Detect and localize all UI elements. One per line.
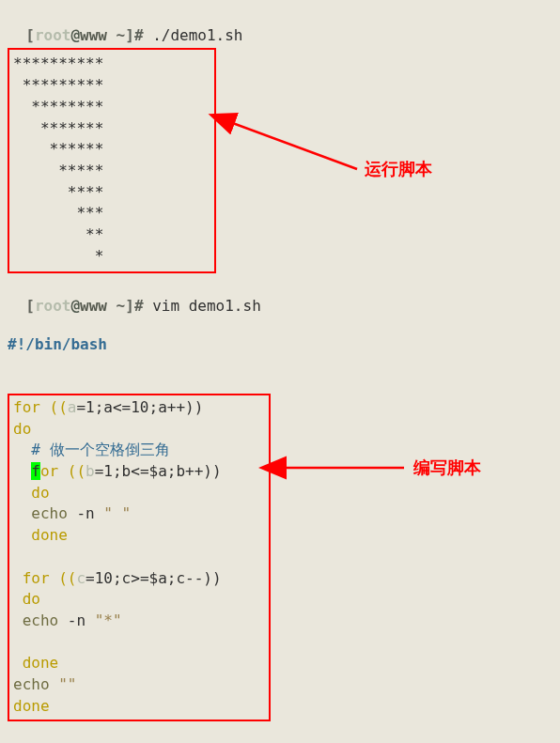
prompt-command: ./demo1.sh [144,26,243,44]
prompt-close-bracket: ] [125,26,134,44]
annot-run-script: 运行脚本 [365,158,432,182]
prompt-at: @ [70,26,80,44]
annot-write-script: 编写脚本 [413,457,481,481]
prompt-line-vim: [root@www ~]# vim demo1.sh [8,275,552,317]
prompt-user: root [35,26,71,44]
script-output: ********** ********* ******** ******* **… [13,54,214,267]
prompt-dir: ~ [107,26,125,44]
script-output-box: ********** ********* ******** ******* **… [8,48,216,272]
shebang-line: #!/bin/bash [8,334,552,356]
prompt-line-run: [root@www ~]# ./demo1.sh [8,4,552,46]
cursor: f [31,462,40,480]
svg-line-0 [230,122,357,169]
prompt-open-bracket: [ [25,26,35,44]
script-source: for ((a=1;a<=10;a++)) do # 做一个空格倒三角 for … [13,397,265,718]
prompt-host: www [80,26,107,44]
prompt-hash: # [134,26,144,44]
script-source-box: for ((a=1;a<=10;a++)) do # 做一个空格倒三角 for … [8,394,271,721]
